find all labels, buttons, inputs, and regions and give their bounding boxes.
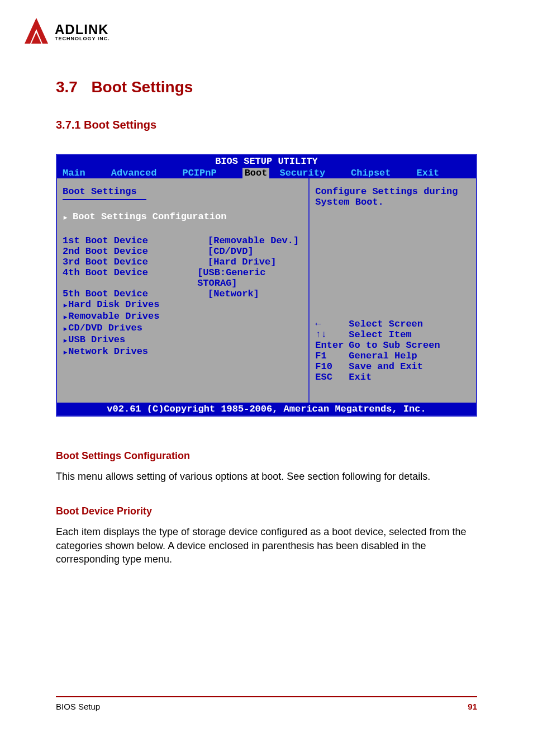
drive-category-item[interactable]: ▸ Network Drives: [63, 346, 303, 358]
boot-device-row[interactable]: 1st Boot Device [Removable Dev.]: [63, 235, 303, 246]
tab-chipset[interactable]: Chipset: [351, 168, 401, 178]
row-label: 2nd Boot Device: [63, 246, 208, 257]
bios-left-pane: Boot Settings ▸ Boot Settings Configurat…: [57, 178, 310, 403]
boot-settings-config-item[interactable]: ▸ Boot Settings Configuration: [63, 211, 303, 223]
row-label: 5th Boot Device: [63, 289, 208, 299]
boot-device-row[interactable]: 4th Boot Device [USB:Generic STORAG]: [63, 267, 303, 289]
logo-text-sub: TECHNOLOGY INC.: [55, 36, 110, 41]
logo-icon: [22, 17, 50, 48]
desc-text: This menu allows setting of various opti…: [56, 470, 477, 483]
help-text: Configure Settings during System Boot.: [315, 186, 470, 207]
sub-item-label: CD/DVD Drives: [68, 323, 142, 334]
triangle-icon: ▸: [63, 323, 68, 334]
config-item-label: Boot Settings Configuration: [73, 211, 226, 223]
row-value: [Removable Dev.]: [208, 235, 299, 246]
logo-text-main: ADLINK: [55, 23, 110, 36]
row-label: 4th Boot Device: [63, 267, 197, 289]
key-desc: Save and Exit: [349, 361, 423, 372]
desc-text: Each item displays the type of storage d…: [56, 525, 477, 566]
key-desc: Go to Sub Screen: [349, 340, 440, 351]
tab-advanced[interactable]: Advanced: [111, 168, 167, 178]
tab-exit[interactable]: Exit: [417, 168, 450, 178]
footer-right: 91: [468, 702, 477, 711]
section-header: 3.7 Boot Settings: [56, 78, 477, 96]
key: F10: [315, 361, 349, 372]
description-block-2: Boot Device Priority Each item displays …: [56, 505, 477, 566]
key-desc: General Help: [349, 351, 417, 361]
key: ESC: [315, 372, 349, 382]
row-label: 1st Boot Device: [63, 235, 208, 246]
desc-title: Boot Device Priority: [56, 505, 477, 517]
boot-device-row[interactable]: 3rd Boot Device [Hard Drive]: [63, 257, 303, 267]
boot-device-row[interactable]: 2nd Boot Device [CD/DVD]: [63, 246, 303, 257]
row-value: [USB:Generic STORAG]: [197, 267, 303, 289]
bios-tab-bar: Main Advanced PCIPnP Boot Security Chips…: [57, 168, 476, 178]
tab-main[interactable]: Main: [63, 168, 96, 178]
sub-item-label: Network Drives: [68, 346, 148, 358]
desc-title: Boot Settings Configuration: [56, 450, 477, 462]
heading-underline: [63, 199, 146, 200]
key: F1: [315, 351, 349, 361]
key-desc: Select Item: [349, 329, 411, 340]
row-value: [Hard Drive]: [208, 257, 276, 267]
bios-window: BIOS SETUP UTILITY Main Advanced PCIPnP …: [56, 154, 477, 417]
description-block-1: Boot Settings Configuration This menu al…: [56, 450, 477, 483]
row-value: [Network]: [208, 289, 259, 299]
section-title: Boot Settings: [91, 78, 193, 96]
drive-category-item[interactable]: ▸ CD/DVD Drives: [63, 323, 303, 334]
footer-left: BIOS Setup: [56, 702, 100, 711]
tab-pcipnp[interactable]: PCIPnP: [182, 168, 226, 178]
key-row: ←Select Screen: [315, 319, 470, 329]
key-desc: Select Screen: [349, 319, 423, 329]
bios-right-pane: Configure Settings during System Boot. ←…: [310, 178, 476, 403]
page-footer: BIOS Setup 91: [56, 696, 477, 711]
sub-item-label: Removable Drives: [68, 311, 159, 323]
triangle-icon: ▸: [63, 346, 68, 358]
section-number: 3.7: [56, 78, 78, 96]
tab-boot[interactable]: Boot: [242, 168, 270, 178]
key-desc: Exit: [349, 372, 372, 382]
drive-category-item[interactable]: ▸ Hard Disk Drives: [63, 299, 303, 311]
key: ←: [315, 319, 349, 329]
key-row: F10Save and Exit: [315, 361, 470, 372]
triangle-icon: ▸: [63, 311, 68, 323]
drive-category-item[interactable]: ▸ USB Drives: [63, 334, 303, 346]
bios-heading: Boot Settings: [63, 186, 137, 198]
sub-item-label: Hard Disk Drives: [68, 299, 159, 311]
row-value: [CD/DVD]: [208, 246, 254, 257]
key-legend: ←Select Screen ↑↓Select Item EnterGo to …: [315, 319, 470, 395]
page-content: 3.7 Boot Settings 3.7.1 Boot Settings BI…: [56, 78, 477, 566]
bios-footer: v02.61 (C)Copyright 1985-2006, American …: [57, 403, 476, 415]
bios-title: BIOS SETUP UTILITY: [57, 155, 476, 168]
key: Enter: [315, 340, 349, 351]
drive-category-item[interactable]: ▸ Removable Drives: [63, 311, 303, 323]
key-row: ↑↓Select Item: [315, 329, 470, 340]
triangle-icon: ▸: [63, 299, 68, 311]
row-label: 3rd Boot Device: [63, 257, 208, 267]
key-row: F1General Help: [315, 351, 470, 361]
key-row: ESCExit: [315, 372, 470, 382]
bios-body: Boot Settings ▸ Boot Settings Configurat…: [57, 178, 476, 403]
key-row: EnterGo to Sub Screen: [315, 340, 470, 351]
triangle-icon: ▸: [63, 211, 73, 223]
triangle-icon: ▸: [63, 334, 68, 346]
sub-item-label: USB Drives: [68, 334, 125, 346]
tab-security[interactable]: Security: [279, 168, 335, 178]
key: ↑↓: [315, 329, 349, 340]
logo: ADLINK TECHNOLOGY INC.: [22, 17, 110, 48]
subsection-title: 3.7.1 Boot Settings: [56, 119, 477, 131]
boot-device-row[interactable]: 5th Boot Device [Network]: [63, 289, 303, 299]
